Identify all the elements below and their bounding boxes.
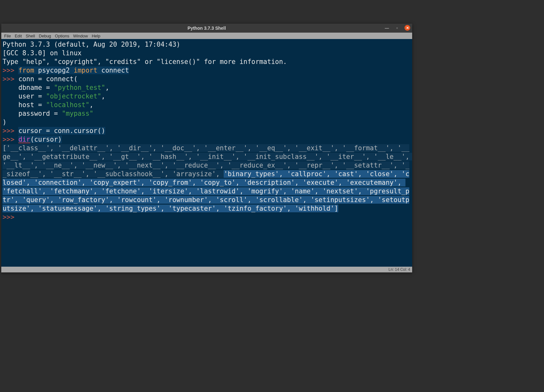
builtin-dir: dir	[18, 136, 30, 143]
banner-line: Python 3.7.3 (default, Aug 20 2019, 17:0…	[3, 41, 184, 48]
string-literal: "localhost"	[46, 101, 90, 109]
code-line: conn = connect(	[18, 75, 77, 83]
menu-shell[interactable]: Shell	[24, 33, 36, 39]
menu-edit[interactable]: Edit	[13, 33, 23, 39]
module-name: psycopg2	[38, 67, 70, 74]
window-title: Python 3.7.3 Shell	[188, 26, 226, 31]
titlebar[interactable]: Python 3.7.3 Shell — ▫ ✕	[1, 24, 412, 33]
menu-help[interactable]: Help	[90, 33, 102, 39]
keyword-import: import	[74, 67, 97, 74]
menubar: File Edit Shell Debug Options Window Hel…	[1, 33, 412, 39]
banner-line: [GCC 8.3.0] on linux	[3, 49, 82, 57]
statusbar: Ln: 14 Col: 4	[1, 267, 412, 272]
window-controls: — ▫ ✕	[384, 25, 410, 31]
code-args: (cursor)	[30, 136, 62, 143]
string-literal: "python_test"	[54, 84, 105, 91]
menu-options[interactable]: Options	[53, 33, 71, 39]
prompt: >>>	[3, 213, 18, 221]
code-line: user =	[3, 92, 46, 100]
prompt: >>>	[3, 127, 18, 135]
maximize-button[interactable]: ▫	[394, 25, 400, 31]
string-literal: "objectrocket"	[46, 92, 101, 100]
minimize-button[interactable]: —	[384, 25, 390, 31]
code-line: password =	[3, 110, 62, 117]
code-line: )	[3, 118, 6, 126]
menu-window[interactable]: Window	[71, 33, 89, 39]
keyword-from: from	[18, 67, 34, 74]
prompt: >>>	[3, 67, 18, 74]
idle-window: Python 3.7.3 Shell — ▫ ✕ File Edit Shell…	[1, 24, 412, 272]
cursor-position: Ln: 14 Col: 4	[388, 267, 410, 272]
prompt: >>>	[3, 136, 18, 143]
code-line: host =	[3, 101, 46, 109]
banner-line: Type "help", "copyright", "credits" or "…	[3, 58, 287, 66]
menu-file[interactable]: File	[3, 33, 12, 39]
code-line: cursor = conn.cursor()	[18, 127, 105, 135]
close-button[interactable]: ✕	[404, 25, 410, 31]
import-target: connect	[101, 67, 129, 74]
code-line: dbname =	[3, 84, 54, 91]
shell-editor[interactable]: Python 3.7.3 (default, Aug 20 2019, 17:0…	[1, 39, 412, 267]
menu-debug[interactable]: Debug	[37, 33, 52, 39]
prompt: >>>	[3, 75, 18, 83]
string-literal: "mypass"	[62, 110, 93, 117]
